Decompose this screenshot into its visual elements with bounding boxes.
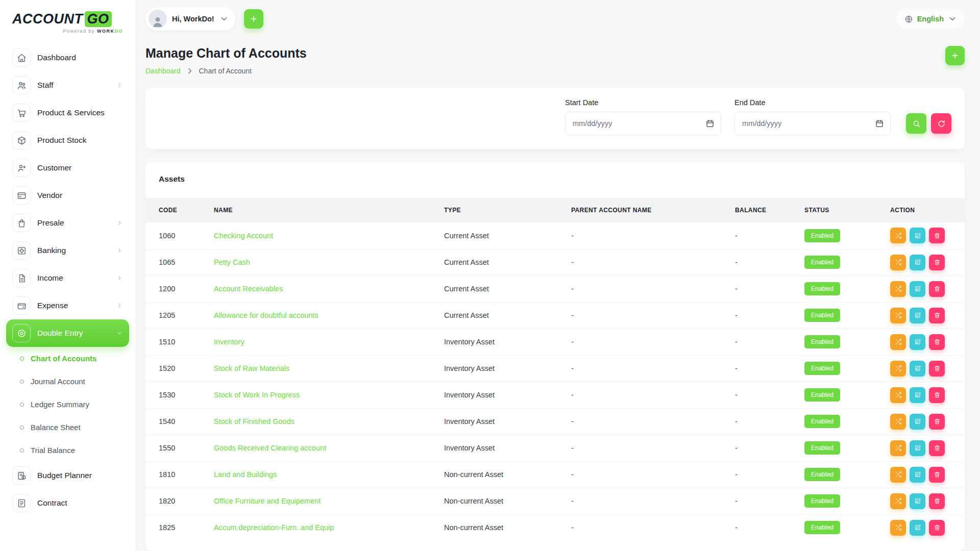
start-date-label: Start Date (565, 98, 721, 107)
account-name-link[interactable]: Account Receivables (214, 285, 283, 293)
account-name-link[interactable]: Inventory (214, 338, 244, 346)
edit-button[interactable] (910, 308, 925, 323)
sidebar-item-budget-planner[interactable]: Budget Planner (6, 462, 129, 489)
sidebar-item-banking[interactable]: Banking (6, 237, 129, 264)
parent-account-cell: - (571, 302, 735, 329)
sidebar-item-staff[interactable]: Staff (6, 71, 129, 99)
quick-add-button[interactable] (244, 9, 263, 29)
users-icon (17, 81, 27, 90)
delete-button[interactable] (929, 467, 945, 483)
end-date-input[interactable] (734, 112, 891, 135)
subaccount-button[interactable] (890, 467, 906, 483)
status-cell: Enabled (804, 329, 890, 355)
edit-button[interactable] (910, 414, 925, 430)
icon-box (12, 131, 31, 149)
sidebar-item-dashboard[interactable]: Dashboard (6, 44, 129, 71)
edit-button[interactable] (910, 520, 925, 536)
account-name-link[interactable]: Allowance for doubtful accounts (214, 311, 318, 319)
budget-icon (17, 471, 27, 481)
subaccount-button[interactable] (890, 440, 906, 456)
edit-button[interactable] (910, 334, 925, 350)
sidebar-subitem-journal-account[interactable]: Journal Account (6, 370, 129, 393)
sidebar-subitem-label: Balance Sheet (31, 423, 81, 432)
sidebar-item-product-stock[interactable]: Product Stock (6, 127, 129, 154)
reset-button[interactable] (931, 113, 951, 134)
edit-button[interactable] (910, 228, 925, 243)
balance-cell: - (735, 302, 804, 329)
account-name-link[interactable]: Office Furniture and Equipement (214, 497, 321, 505)
parent-account-cell: - (571, 222, 735, 249)
trash-icon (934, 418, 941, 425)
edit-button[interactable] (910, 361, 925, 377)
accounts-table: CODENAMETYPEPARENT ACCOUNT NAMEBALANCEST… (145, 198, 965, 541)
sidebar-item-expense[interactable]: Expense (6, 292, 129, 319)
subaccount-button[interactable] (890, 387, 906, 403)
sidebar-subitem-trial-balance[interactable]: Trial Balance (6, 439, 129, 462)
subaccount-button[interactable] (890, 308, 906, 323)
edit-button[interactable] (910, 387, 925, 403)
delete-button[interactable] (929, 361, 945, 377)
sidebar-item-contract[interactable]: Contract (6, 489, 129, 517)
icon-box (12, 241, 31, 260)
delete-button[interactable] (929, 228, 945, 243)
sidebar-item-income[interactable]: Income (6, 264, 129, 292)
edit-button[interactable] (910, 493, 925, 509)
user-menu[interactable]: Hi, WorkDo! (145, 7, 235, 31)
language-selector[interactable]: English (897, 9, 965, 29)
balance-cell: - (735, 329, 804, 355)
account-name-link[interactable]: Stock of Work In Progress (214, 391, 300, 399)
sidebar-item-label: Product Stock (37, 136, 87, 145)
sidebar-item-product-services[interactable]: Product & Services (6, 99, 129, 127)
search-button[interactable] (906, 113, 926, 134)
edit-button[interactable] (910, 467, 925, 483)
account-name-link[interactable]: Petty Cash (214, 258, 250, 266)
type-cell: Current Asset (444, 302, 571, 329)
add-account-button[interactable] (945, 46, 965, 65)
subaccount-button[interactable] (890, 520, 906, 536)
delete-button[interactable] (929, 493, 945, 509)
breadcrumb-dashboard-link[interactable]: Dashboard (145, 67, 181, 75)
account-name-link[interactable]: Stock of Finished Goods (214, 417, 295, 425)
sidebar-item-customer[interactable]: Customer (6, 154, 129, 182)
account-name-link[interactable]: Checking Account (214, 232, 273, 240)
bullet-icon (20, 357, 24, 361)
sidebar-item-double-entry[interactable]: Double Entry (6, 319, 129, 347)
sidebar-subitem-balance-sheet[interactable]: Balance Sheet (6, 416, 129, 439)
delete-button[interactable] (929, 520, 945, 536)
start-date-input[interactable] (565, 112, 721, 135)
account-name-link[interactable]: Stock of Raw Materials (214, 364, 289, 372)
sidebar-item-vendor[interactable]: Vendor (6, 182, 129, 209)
subaccount-button[interactable] (890, 255, 906, 270)
subaccount-button[interactable] (890, 361, 906, 377)
delete-button[interactable] (929, 334, 945, 350)
edit-button[interactable] (910, 255, 925, 270)
subaccount-button[interactable] (890, 281, 906, 297)
edit-button[interactable] (910, 440, 925, 456)
accounts-card: Assets CODENAMETYPEPARENT ACCOUNT NAMEBA… (145, 162, 965, 551)
action-cell (890, 276, 965, 302)
account-name-link[interactable]: Goods Received Clearing account (214, 444, 326, 452)
type-cell: Inventory Asset (444, 329, 571, 355)
account-name-link[interactable]: Land and Buildings (214, 470, 277, 479)
calendar-icon[interactable] (875, 119, 884, 128)
subaccount-button[interactable] (890, 334, 906, 350)
calendar-icon[interactable] (705, 119, 715, 128)
icon-box (12, 159, 31, 177)
delete-button[interactable] (929, 414, 945, 430)
icon-box (12, 48, 31, 67)
edit-button[interactable] (910, 281, 925, 297)
trash-icon (934, 232, 941, 239)
delete-button[interactable] (929, 255, 945, 270)
sidebar-subitem-ledger-summary[interactable]: Ledger Summary (6, 393, 129, 416)
sidebar-item-presale[interactable]: Presale (6, 209, 129, 237)
sidebar-subitem-chart-of-accounts[interactable]: Chart of Accounts (6, 347, 129, 370)
account-name-link[interactable]: Accum.depreciation-Furn. and Equip (214, 523, 334, 532)
subaccount-button[interactable] (890, 493, 906, 509)
delete-button[interactable] (929, 308, 945, 323)
delete-button[interactable] (929, 281, 945, 297)
delete-button[interactable] (929, 440, 945, 456)
plus-icon (249, 14, 258, 23)
subaccount-button[interactable] (890, 228, 906, 243)
delete-button[interactable] (929, 387, 945, 403)
subaccount-button[interactable] (890, 414, 906, 430)
